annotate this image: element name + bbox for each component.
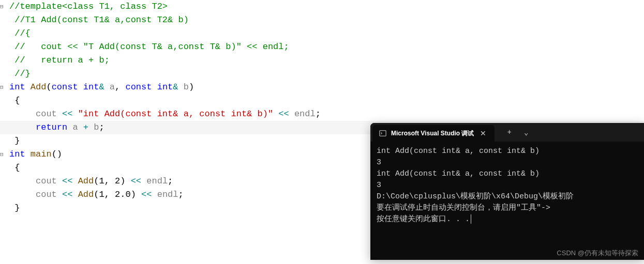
fold-toggle[interactable]: ⊟ [0,0,5,13]
code-content: cout << Add(1, 2.0) << endl; [5,188,184,201]
close-icon[interactable]: ✕ [478,129,488,137]
code-content: cout << "int Add(const int& a, const int… [5,107,321,121]
code-content: // cout << "T Add(const T& a,const T& b)… [5,40,289,54]
fold-toggle[interactable]: ⊟ [0,148,5,161]
code-content: { [5,94,20,107]
chevron-down-icon[interactable]: ⌄ [521,128,531,137]
code-content: //T1 Add(const T1& a,const T2& b) [5,13,189,27]
code-line[interactable]: //} [0,67,644,81]
terminal-output[interactable]: int Add(const int& a, const int& b)3int … [370,142,644,229]
code-content: // return a + b; [5,54,110,67]
code-content: int Add(const int& a, const int& b) [5,81,194,94]
terminal-line: 3 [377,180,638,191]
terminal-line: 按任意键关闭此窗口. . . [377,214,638,225]
code-content: { [5,161,20,175]
terminal-line: int Add(const int& a, const int& b) [377,168,638,180]
terminal-tab[interactable]: Microsoft Visual Studio 调试 ✕ [372,125,495,142]
code-content: //{ [5,27,31,40]
watermark: CSDN @仍有未知等待探索 [557,249,638,258]
code-line[interactable]: //{ [0,27,644,40]
code-content: //} [5,67,31,81]
code-line[interactable]: cout << "int Add(const int& a, const int… [0,107,644,121]
add-tab-button[interactable]: + [504,128,514,137]
terminal-controls: + ⌄ [504,128,531,137]
code-line[interactable]: //T1 Add(const T1& a,const T2& b) [0,13,644,27]
code-content: } [5,134,20,148]
fold-toggle[interactable]: ⊟ [0,81,5,94]
terminal-window: Microsoft Visual Studio 调试 ✕ + ⌄ int Add… [370,123,644,260]
terminal-tab-title: Microsoft Visual Studio 调试 [391,129,474,138]
code-content: } [5,201,20,215]
code-line[interactable]: // cout << "T Add(const T& a,const T& b)… [0,40,644,54]
terminal-titlebar: Microsoft Visual Studio 调试 ✕ + ⌄ [370,123,644,142]
code-content: cout << Add(1, 2) << endl; [5,175,173,188]
code-content: //template<class T1, class T2> [5,0,168,13]
code-content: return a + b; [5,121,104,134]
terminal-line: 3 [377,157,638,168]
code-line[interactable]: { [0,94,644,107]
code-line[interactable]: ⊟int Add(const int& a, const int& b) [0,81,644,94]
code-line[interactable]: // return a + b; [0,54,644,67]
code-line[interactable]: ⊟//template<class T1, class T2> [0,0,644,13]
terminal-line: 要在调试停止时自动关闭控制台，请启用"工具"-> [377,203,638,214]
svg-rect-0 [380,131,386,136]
code-content: int main() [5,148,62,161]
terminal-line: D:\Code\cplusplus\模板初阶\x64\Debug\模板初阶 [377,191,638,203]
terminal-app-icon [379,129,387,137]
terminal-line: int Add(const int& a, const int& b) [377,146,638,157]
terminal-cursor [471,214,471,224]
